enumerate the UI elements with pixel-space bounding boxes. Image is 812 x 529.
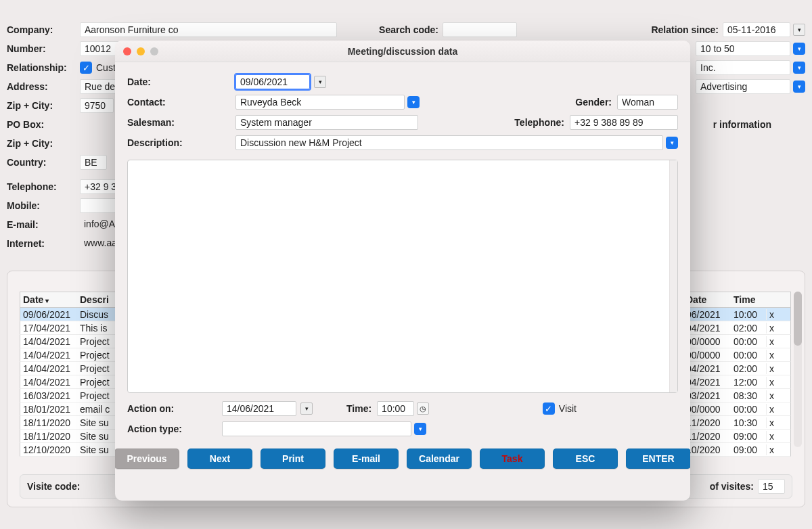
esc-button[interactable]: ESC bbox=[553, 448, 618, 469]
table-row[interactable]: 06/202110:00x bbox=[683, 308, 791, 321]
employees-select[interactable]: 10 to 50 bbox=[696, 41, 790, 56]
table-row[interactable]: 12/10/2020Site su bbox=[20, 443, 128, 457]
action-on-input[interactable]: 14/06/2021 bbox=[222, 401, 296, 416]
telephone-input-m[interactable]: +32 9 388 89 89 bbox=[570, 115, 678, 130]
next-button[interactable]: Next bbox=[187, 448, 252, 469]
legal-form-select[interactable]: Inc. bbox=[696, 60, 790, 75]
col-date[interactable]: Date bbox=[20, 294, 77, 305]
print-button[interactable]: Print bbox=[261, 448, 325, 469]
email-button[interactable]: E-mail bbox=[334, 448, 399, 469]
table-row[interactable]: 16/03/2021Project bbox=[20, 389, 128, 402]
label-number: Number: bbox=[7, 43, 80, 54]
search-code-input[interactable] bbox=[443, 22, 517, 37]
label-search-code: Search code: bbox=[371, 24, 438, 35]
table-row[interactable]: 00/000000:00x bbox=[683, 348, 791, 362]
label-date: Date: bbox=[127, 76, 235, 87]
previous-button[interactable]: Previous bbox=[115, 448, 179, 469]
clock-icon[interactable]: ◷ bbox=[417, 402, 429, 415]
action-type-dropdown-icon[interactable] bbox=[414, 423, 426, 435]
label-company: Company: bbox=[7, 24, 80, 35]
label-of-visites: of visites: bbox=[710, 481, 754, 492]
sector-dropdown-icon[interactable] bbox=[793, 80, 805, 93]
label-zip-city: Zip + City: bbox=[7, 100, 80, 111]
table-row[interactable]: 00/000000:00x bbox=[683, 335, 791, 348]
sector-select[interactable]: Advertising bbox=[696, 79, 790, 94]
of-visites-value[interactable]: 15 bbox=[758, 479, 785, 494]
telephone-input[interactable]: +32 9 3 bbox=[80, 179, 117, 194]
gender-input[interactable]: Woman bbox=[617, 95, 678, 110]
number-input[interactable]: 10012 bbox=[80, 41, 120, 56]
label-zip-city-2: Zip + City: bbox=[7, 138, 80, 149]
meetings-table[interactable]: Date Descri 09/06/2021Discus17/04/2021Th… bbox=[20, 292, 128, 457]
titlebar[interactable]: Meeting/discussion data bbox=[115, 41, 690, 62]
table-row[interactable]: 04/202102:00x bbox=[683, 321, 791, 335]
relation-since-dropdown[interactable] bbox=[793, 24, 805, 36]
relation-since-input[interactable]: 05-11-2016 bbox=[723, 22, 790, 37]
time-input[interactable]: 10:00 bbox=[377, 401, 414, 416]
label-salesman: Salesman: bbox=[127, 117, 235, 128]
address-input[interactable]: Rue de l bbox=[80, 79, 120, 94]
meeting-dialog: Meeting/discussion data Date: 09/06/2021… bbox=[115, 41, 690, 501]
zip-input[interactable]: 9750 bbox=[80, 98, 114, 113]
table-row[interactable]: 18/01/2021email c bbox=[20, 402, 128, 416]
label-visite-code: Visite code: bbox=[27, 481, 80, 492]
label-relationship: Relationship: bbox=[7, 62, 80, 73]
table-row[interactable]: 14/04/2021Project bbox=[20, 335, 128, 348]
label-gender: Gender: bbox=[575, 97, 617, 108]
label-relation-since: Relation since: bbox=[651, 24, 723, 35]
table-row[interactable]: 18/11/2020Site su bbox=[20, 430, 128, 443]
company-input[interactable]: Aaronson Furniture co bbox=[80, 22, 337, 37]
table-row[interactable]: 17/04/2021This is bbox=[20, 321, 128, 335]
salesman-input[interactable]: System manager bbox=[235, 115, 418, 130]
table-row[interactable]: 04/202112:00x bbox=[683, 375, 791, 389]
internet-input[interactable]: www.aa bbox=[80, 236, 117, 251]
table-row[interactable]: 10/202009:00x bbox=[683, 443, 791, 457]
table-row[interactable]: 14/04/2021Project bbox=[20, 348, 128, 362]
actions-scrollbar[interactable] bbox=[794, 292, 802, 447]
col-date-r[interactable]: Date bbox=[683, 294, 731, 305]
calendar-button[interactable]: Calendar bbox=[407, 448, 472, 469]
visit-checkbox[interactable]: ✓ bbox=[543, 402, 555, 415]
legal-form-dropdown-icon[interactable] bbox=[793, 62, 805, 74]
label-address: Address: bbox=[7, 81, 80, 92]
date-dropdown[interactable] bbox=[314, 76, 326, 88]
table-row[interactable]: 11/202009:00x bbox=[683, 430, 791, 443]
label-internet: Internet: bbox=[7, 238, 80, 249]
label-contact: Contact: bbox=[127, 97, 235, 108]
contact-dropdown-icon[interactable] bbox=[407, 96, 420, 108]
table-row[interactable]: 04/202102:00x bbox=[683, 362, 791, 375]
notes-scrollbar[interactable] bbox=[669, 160, 677, 392]
action-on-dropdown[interactable] bbox=[300, 402, 313, 415]
actions-table[interactable]: Date Time 06/202110:00x04/202102:00x00/0… bbox=[683, 292, 791, 457]
country-input[interactable]: BE bbox=[80, 155, 107, 170]
table-row[interactable]: 14/04/2021Project bbox=[20, 375, 128, 389]
description-dropdown-icon[interactable] bbox=[666, 137, 678, 149]
visit-label: Visit bbox=[559, 403, 577, 414]
table-row[interactable]: 03/202108:30x bbox=[683, 389, 791, 402]
task-button[interactable]: Task bbox=[480, 448, 545, 469]
mobile-input[interactable] bbox=[80, 198, 117, 213]
email-input[interactable]: info@Aa bbox=[80, 217, 117, 232]
notes-textarea[interactable] bbox=[127, 160, 678, 393]
table-row[interactable]: 09/06/2021Discus bbox=[20, 308, 128, 321]
employees-dropdown-icon[interactable] bbox=[793, 43, 805, 55]
scrollbar-thumb[interactable] bbox=[794, 292, 802, 346]
dialog-buttonbar: Previous Next Print E-mail Calendar Task… bbox=[115, 439, 690, 478]
table-row[interactable]: 18/11/2020Site su bbox=[20, 416, 128, 430]
label-telephone: Telephone: bbox=[7, 181, 80, 192]
table-row[interactable]: 11/202010:30x bbox=[683, 416, 791, 430]
table-row[interactable]: 14/04/2021Project bbox=[20, 362, 128, 375]
description-input[interactable]: Discussion new H&M Project bbox=[235, 135, 663, 150]
customer-checkbox[interactable]: ✓ bbox=[80, 62, 92, 74]
date-input[interactable]: 09/06/2021 bbox=[235, 74, 310, 89]
table-row[interactable]: 00/000000:00x bbox=[683, 402, 791, 416]
action-type-select[interactable] bbox=[222, 421, 411, 436]
label-telephone-m: Telephone: bbox=[514, 117, 570, 128]
enter-button[interactable]: ENTER bbox=[626, 448, 690, 469]
dialog-title: Meeting/discussion data bbox=[115, 46, 690, 57]
col-time-r[interactable]: Time bbox=[731, 294, 766, 305]
contact-select[interactable]: Ruveyda Beck bbox=[235, 95, 405, 110]
label-country: Country: bbox=[7, 157, 80, 168]
label-pobox: PO Box: bbox=[7, 119, 80, 130]
label-other-info: r information bbox=[713, 119, 771, 130]
